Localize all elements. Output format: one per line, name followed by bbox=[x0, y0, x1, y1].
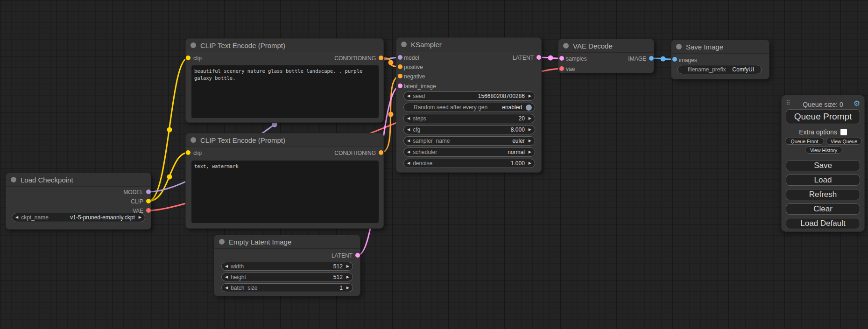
clear-button[interactable]: Clear bbox=[786, 203, 860, 215]
node-load-checkpoint-titlebar[interactable]: Load Checkpoint bbox=[6, 173, 151, 187]
filename-prefix-widget[interactable]: filename_prefix ComfyUI bbox=[677, 65, 762, 74]
node-title: VAE Decode bbox=[573, 42, 613, 50]
decrement-arrow-icon[interactable]: ◀ bbox=[407, 128, 410, 132]
node-titlebar[interactable]: CLIP Text Encode (Prompt) bbox=[186, 133, 383, 147]
increment-arrow-icon[interactable]: ▶ bbox=[346, 275, 349, 279]
node-empty-latent-image[interactable]: Empty Latent Image LATENT ◀ width 512 ▶ … bbox=[214, 235, 360, 296]
widget-value: 512 bbox=[333, 274, 343, 280]
decrement-arrow-icon[interactable]: ◀ bbox=[407, 94, 410, 98]
collapse-dot-icon[interactable] bbox=[191, 137, 196, 143]
input-label-positive: positive bbox=[404, 64, 423, 70]
steps-widget[interactable]: ◀ steps 20 ▶ bbox=[403, 114, 535, 123]
increment-arrow-icon[interactable]: ▶ bbox=[529, 161, 531, 165]
collapse-dot-icon[interactable] bbox=[191, 42, 196, 48]
widget-value: euler bbox=[512, 138, 525, 144]
collapse-dot-icon[interactable] bbox=[563, 43, 569, 49]
collapse-dot-icon[interactable] bbox=[401, 42, 407, 47]
decrement-arrow-icon[interactable]: ◀ bbox=[225, 275, 228, 279]
cfg-widget[interactable]: ◀ cfg 8.000 ▶ bbox=[403, 125, 535, 134]
collapse-dot-icon[interactable] bbox=[676, 44, 682, 49]
toggle-dot-icon[interactable] bbox=[526, 105, 532, 111]
increment-arrow-icon[interactable]: ▶ bbox=[529, 139, 531, 143]
queue-panel[interactable]: ⠿ Queue size: 0 ⚙ Queue Prompt Extra opt… bbox=[781, 95, 865, 232]
link-middot bbox=[388, 60, 394, 65]
widget-label: cfg bbox=[413, 126, 420, 133]
widget-label: batch_size bbox=[231, 285, 257, 291]
widget-label: denoise bbox=[413, 160, 432, 167]
node-title: CLIP Text Encode (Prompt) bbox=[200, 42, 285, 49]
widget-label: Random seed after every gen bbox=[414, 104, 487, 111]
node-graph-canvas[interactable]: Load Checkpoint MODEL CLIP VAE ◀ ckpt_na… bbox=[0, 0, 868, 329]
node-ksampler[interactable]: KSampler model positive negative latent_… bbox=[396, 37, 542, 173]
node-vae-decode[interactable]: VAE Decode samples vae IMAGE bbox=[558, 39, 654, 73]
gear-icon[interactable]: ⚙ bbox=[854, 100, 860, 107]
output-label-conditioning: CONDITIONING bbox=[334, 150, 376, 156]
node-load-checkpoint[interactable]: Load Checkpoint MODEL CLIP VAE ◀ ckpt_na… bbox=[6, 173, 151, 230]
extra-options-label: Extra options bbox=[799, 128, 837, 136]
output-label-latent: LATENT bbox=[513, 55, 534, 61]
decrement-arrow-icon[interactable]: ◀ bbox=[407, 117, 410, 120]
increment-arrow-icon[interactable]: ▶ bbox=[529, 94, 531, 98]
load-button[interactable]: Load bbox=[786, 175, 860, 186]
node-clip-text-encode-positive[interactable]: CLIP Text Encode (Prompt) clip CONDITION… bbox=[185, 38, 384, 123]
input-label-clip: clip bbox=[193, 150, 202, 156]
increment-arrow-icon[interactable]: ▶ bbox=[529, 128, 531, 132]
increment-arrow-icon[interactable]: ▶ bbox=[346, 286, 349, 290]
prompt-textarea[interactable]: text, watermark bbox=[191, 161, 379, 223]
increment-arrow-icon[interactable]: ▶ bbox=[529, 117, 531, 120]
output-label-model: MODEL bbox=[123, 189, 143, 196]
decrement-arrow-icon[interactable]: ◀ bbox=[225, 286, 228, 290]
height-widget[interactable]: ◀ height 512 ▶ bbox=[221, 273, 353, 281]
decrement-arrow-icon[interactable]: ◀ bbox=[407, 150, 410, 154]
widget-label: scheduler bbox=[413, 149, 437, 155]
batch-size-widget[interactable]: ◀ batch_size 1 ▶ bbox=[221, 283, 353, 292]
refresh-button[interactable]: Refresh bbox=[786, 189, 860, 200]
input-label-negative: negative bbox=[404, 73, 425, 80]
decrement-arrow-icon[interactable]: ◀ bbox=[15, 216, 18, 219]
denoise-widget[interactable]: ◀ denoise 1.000 ▶ bbox=[403, 159, 535, 168]
widget-value: 8.000 bbox=[511, 126, 525, 133]
widget-value: 20 bbox=[518, 115, 524, 122]
seed-widget[interactable]: ◀ seed 156680208700286 ▶ bbox=[403, 91, 535, 101]
extra-options-checkbox[interactable] bbox=[840, 129, 847, 135]
widget-value: ComfyUI bbox=[732, 66, 754, 73]
ckpt-name-widget[interactable]: ◀ ckpt_name v1-5-pruned-emaonly.ckpt ▶ bbox=[12, 213, 145, 222]
queue-prompt-button[interactable]: Queue Prompt bbox=[786, 109, 860, 124]
node-titlebar[interactable]: KSampler bbox=[396, 38, 541, 51]
input-label-images: images bbox=[679, 57, 697, 63]
widget-label: sampler_name bbox=[413, 138, 450, 144]
increment-arrow-icon[interactable]: ▶ bbox=[346, 265, 349, 268]
random-seed-toggle-widget[interactable]: Random seed after every gen enabled bbox=[403, 103, 535, 112]
node-titlebar[interactable]: Save Image bbox=[671, 40, 769, 54]
save-button[interactable]: Save bbox=[786, 160, 860, 171]
node-titlebar[interactable]: VAE Decode bbox=[558, 39, 654, 53]
sampler-name-widget[interactable]: ◀ sampler_name euler ▶ bbox=[403, 136, 535, 146]
node-titlebar[interactable]: Empty Latent Image bbox=[214, 235, 360, 249]
widget-label: width bbox=[231, 263, 244, 270]
widget-value: enabled bbox=[502, 104, 522, 111]
input-label-vae: vae bbox=[566, 66, 575, 72]
prompt-textarea[interactable]: beautiful scenery nature glass bottle la… bbox=[191, 65, 379, 118]
increment-arrow-icon[interactable]: ▶ bbox=[529, 150, 531, 154]
link-middot bbox=[272, 122, 277, 127]
input-label-clip: clip bbox=[193, 55, 202, 62]
load-default-button[interactable]: Load Default bbox=[786, 218, 860, 229]
increment-arrow-icon[interactable]: ▶ bbox=[139, 216, 141, 219]
link-middot bbox=[388, 112, 394, 117]
node-clip-text-encode-negative[interactable]: CLIP Text Encode (Prompt) clip CONDITION… bbox=[185, 133, 384, 229]
view-queue-button[interactable]: View Queue bbox=[826, 138, 862, 145]
collapse-dot-icon[interactable] bbox=[219, 239, 225, 245]
node-title: CLIP Text Encode (Prompt) bbox=[200, 136, 285, 144]
view-history-button[interactable]: View History bbox=[805, 147, 842, 154]
node-save-image[interactable]: Save Image images filename_prefix ComfyU… bbox=[671, 40, 769, 79]
node-title: Empty Latent Image bbox=[229, 238, 291, 246]
width-widget[interactable]: ◀ width 512 ▶ bbox=[221, 262, 353, 271]
node-titlebar[interactable]: CLIP Text Encode (Prompt) bbox=[186, 39, 383, 52]
widget-label: height bbox=[231, 274, 246, 280]
decrement-arrow-icon[interactable]: ◀ bbox=[225, 265, 228, 268]
scheduler-widget[interactable]: ◀ scheduler normal ▶ bbox=[403, 147, 535, 157]
decrement-arrow-icon[interactable]: ◀ bbox=[407, 139, 410, 143]
collapse-dot-icon[interactable] bbox=[11, 177, 16, 182]
decrement-arrow-icon[interactable]: ◀ bbox=[407, 161, 410, 165]
queue-front-button[interactable]: Queue Front bbox=[785, 138, 824, 145]
